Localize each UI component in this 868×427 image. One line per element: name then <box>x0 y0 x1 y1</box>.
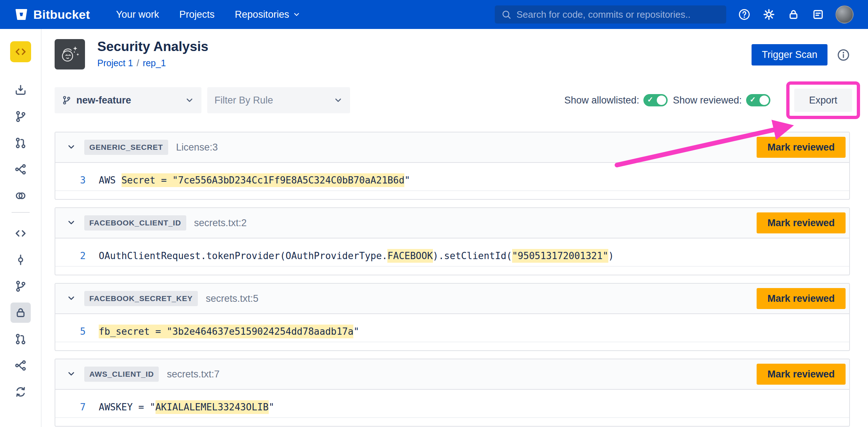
breadcrumb-separator: / <box>137 58 139 68</box>
reviewed-toggle[interactable]: ✓ <box>746 94 770 106</box>
user-avatar[interactable] <box>835 5 854 24</box>
findings-list: GENERIC_SECRET License:3 Mark reviewed 3… <box>55 132 850 427</box>
toggle-group: Show allowlisted: ✓ Show reviewed: ✓ Exp… <box>564 81 850 119</box>
collapse-chevron-icon[interactable] <box>63 215 79 231</box>
admin-lock-icon[interactable] <box>786 7 801 22</box>
code-line: AWS Secret = "7ce556A3bD234Cc1Ff9E8A5C32… <box>99 175 410 186</box>
code-line: OAuthClientRequest.tokenProvider(OAuthPr… <box>99 250 614 261</box>
sidebar-item-pull-requests-2[interactable] <box>10 329 31 349</box>
global-search[interactable] <box>495 5 726 24</box>
header-actions: Trigger Scan <box>752 39 850 65</box>
branch-selector-dropdown[interactable]: new-feature <box>55 87 201 113</box>
toggle-knob <box>760 96 769 105</box>
sidebar-item-sync[interactable] <box>10 382 31 402</box>
finding-header: AWS_CLIENT_ID secrets.txt:7 Mark reviewe… <box>55 359 849 390</box>
mark-reviewed-button[interactable]: Mark reviewed <box>757 364 846 385</box>
search-input[interactable] <box>516 9 720 20</box>
bitbucket-logo[interactable]: Bitbucket <box>14 8 90 22</box>
check-icon: ✓ <box>750 95 756 104</box>
line-number: 7 <box>55 402 86 413</box>
chevron-down-icon <box>333 96 343 105</box>
nav-projects[interactable]: Projects <box>179 9 215 20</box>
nav-icon-cluster <box>737 5 854 24</box>
mark-reviewed-button[interactable]: Mark reviewed <box>757 288 846 309</box>
title-block: Security Analysis Project 1/rep_1 <box>97 39 208 68</box>
chevron-down-icon <box>293 10 301 18</box>
page-header: Security Analysis Project 1/rep_1 Trigge… <box>55 39 850 69</box>
show-allowlisted-label: Show allowlisted: <box>564 95 639 106</box>
line-number: 2 <box>55 250 86 261</box>
sidebar-item-commits[interactable] <box>10 250 31 270</box>
rule-badge: GENERIC_SECRET <box>84 140 168 155</box>
mark-reviewed-button[interactable]: Mark reviewed <box>757 212 846 233</box>
lock-icon <box>14 306 27 319</box>
sidebar-item-pull-requests[interactable] <box>10 133 31 153</box>
finding-body: 2 OAuthClientRequest.tokenProvider(OAuth… <box>55 238 849 275</box>
nav-your-work[interactable]: Your work <box>116 9 159 20</box>
branch-icon <box>14 280 27 292</box>
search-icon <box>501 9 511 20</box>
finding-card-aws-client-id: AWS_CLIENT_ID secrets.txt:7 Mark reviewe… <box>55 359 850 427</box>
feedback-icon[interactable] <box>811 7 825 22</box>
sidebar-item-pipelines-2[interactable] <box>10 355 31 376</box>
line-number: 3 <box>55 175 86 186</box>
secret-highlight: AKIALALEMEL33243OLIB <box>156 400 269 414</box>
rule-badge: FACEBOOK_SECRET_KEY <box>84 291 198 306</box>
annotation-highlight-box: Export <box>786 81 860 119</box>
sidebar-item-branches[interactable] <box>10 106 31 127</box>
main-content: Security Analysis Project 1/rep_1 Trigge… <box>42 29 868 427</box>
bitbucket-bucket-icon <box>14 8 28 21</box>
code-row: 3 AWS Secret = "7ce556A3bD234Cc1Ff9E8A5C… <box>55 170 849 191</box>
breadcrumb: Project 1/rep_1 <box>97 58 208 68</box>
filter-toolbar: new-feature Filter By Rule Show allowlis… <box>55 81 850 119</box>
finding-card-facebook-client-id: FACEBOOK_CLIENT_ID secrets.txt:2 Mark re… <box>55 207 850 275</box>
nav-repositories-label: Repositories <box>235 9 289 20</box>
mark-reviewed-button[interactable]: Mark reviewed <box>757 137 846 158</box>
code-row: 2 OAuthClientRequest.tokenProvider(OAuth… <box>55 246 849 267</box>
code-line: fb_secret = "3b2e464637e5159024254dd78aa… <box>99 326 359 337</box>
finding-location: License:3 <box>176 142 218 153</box>
show-reviewed-label: Show reviewed: <box>673 95 742 106</box>
collapse-chevron-icon[interactable] <box>63 366 79 382</box>
collapse-chevron-icon[interactable] <box>63 291 79 306</box>
commit-icon <box>14 254 27 266</box>
info-icon[interactable] <box>837 48 850 63</box>
rule-filter-dropdown[interactable]: Filter By Rule <box>207 87 350 113</box>
sidebar-item-source[interactable] <box>10 223 31 244</box>
finding-location: secrets.txt:2 <box>194 217 247 229</box>
sync-icon <box>14 386 27 398</box>
venn-circles-icon <box>14 190 27 202</box>
sidebar-item-branches-2[interactable] <box>10 276 31 296</box>
finding-location: secrets.txt:5 <box>206 293 259 304</box>
code-line: AWSKEY = "AKIALALEMEL33243OLIB" <box>99 402 274 413</box>
nav-repositories[interactable]: Repositories <box>235 9 301 20</box>
code-row: 5 fb_secret = "3b2e464637e5159024254dd78… <box>55 321 849 342</box>
pull-request-icon <box>14 333 27 345</box>
fork-icon <box>14 163 27 176</box>
toggle-knob <box>657 96 666 105</box>
code-icon <box>14 227 27 240</box>
rule-badge: FACEBOOK_CLIENT_ID <box>84 215 186 231</box>
repo-avatar-tile[interactable] <box>10 41 31 62</box>
sidebar-item-security[interactable] <box>10 303 31 323</box>
sidebar-item-pipelines[interactable] <box>10 159 31 179</box>
help-icon[interactable] <box>737 7 752 22</box>
sidebar-item-clone[interactable] <box>10 80 31 100</box>
settings-gear-icon[interactable] <box>762 7 776 22</box>
sidebar-item-deployments[interactable] <box>10 186 31 206</box>
rule-badge: AWS_CLIENT_ID <box>84 367 159 382</box>
sidebar-divider <box>12 212 30 213</box>
finding-body: 7 AWSKEY = "AKIALALEMEL33243OLIB" <box>55 390 849 426</box>
breadcrumb-project-link[interactable]: Project 1 <box>97 58 133 68</box>
branch-icon <box>14 110 27 123</box>
finding-card-generic-secret: GENERIC_SECRET License:3 Mark reviewed 3… <box>55 132 850 200</box>
breadcrumb-repo-link[interactable]: rep_1 <box>143 58 166 68</box>
finding-body: 3 AWS Secret = "7ce556A3bD234Cc1Ff9E8A5C… <box>55 163 849 199</box>
top-navigation: Bitbucket Your work Projects Repositorie… <box>0 0 868 29</box>
trigger-scan-button[interactable]: Trigger Scan <box>752 44 827 65</box>
secret-highlight: Secret = "7ce556A3bD234Cc1Ff9E8A5C324C0b… <box>122 173 405 187</box>
collapse-chevron-icon[interactable] <box>63 139 79 155</box>
secret-highlight: FACEBOOK <box>387 249 433 263</box>
allowlisted-toggle[interactable]: ✓ <box>643 94 668 106</box>
export-button[interactable]: Export <box>794 89 852 112</box>
